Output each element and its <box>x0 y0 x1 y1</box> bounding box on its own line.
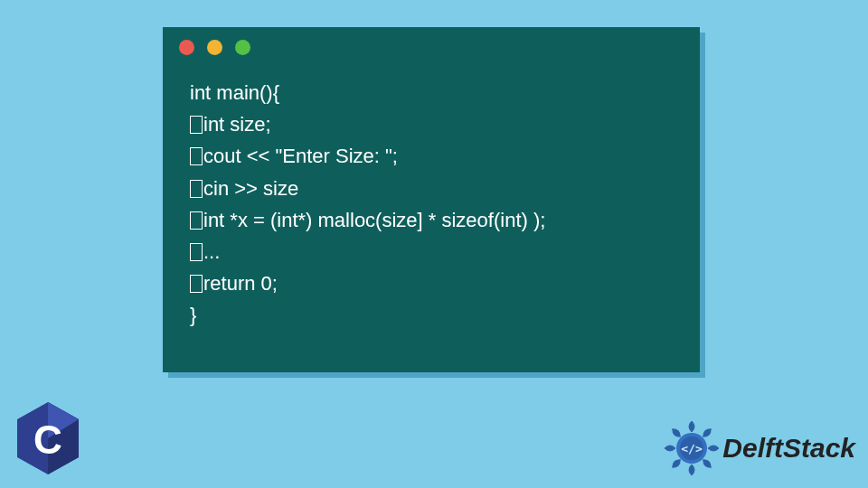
indent-box-icon <box>190 147 203 165</box>
code-text: cout << "Enter Size: "; <box>203 145 398 167</box>
lang-letter: C <box>33 418 62 462</box>
code-body: int main(){ int size; cout << "Enter Siz… <box>163 61 700 341</box>
brand-badge-icon: </> <box>663 419 721 477</box>
code-text: ... <box>203 240 220 263</box>
code-text: int *x = (int*) malloc(size] * sizeof(in… <box>203 209 545 231</box>
minimize-icon <box>207 40 222 55</box>
code-line: ... <box>190 236 678 267</box>
code-line: cin >> size <box>190 173 678 204</box>
code-line: int size; <box>190 108 678 140</box>
code-window: int main(){ int size; cout << "Enter Siz… <box>163 27 700 372</box>
indent-box-icon <box>190 180 203 198</box>
code-text: int size; <box>203 113 271 136</box>
brand-area: </> DelftStack <box>663 419 855 477</box>
code-line: int main(){ <box>190 77 678 108</box>
code-line: cout << "Enter Size: "; <box>190 140 678 172</box>
close-icon <box>179 40 194 55</box>
window-titlebar <box>163 27 700 61</box>
code-line: int *x = (int*) malloc(size] * sizeof(in… <box>190 204 678 236</box>
code-text: } <box>190 304 196 326</box>
maximize-icon <box>235 40 250 55</box>
language-logo-icon: C <box>13 399 83 477</box>
code-line: return 0; <box>190 267 678 299</box>
badge-symbol: </> <box>682 442 703 455</box>
code-text: cin >> size <box>203 177 298 200</box>
code-line: } <box>190 299 678 331</box>
brand-name: DelftStack <box>722 433 855 464</box>
code-text: return 0; <box>203 272 278 295</box>
indent-box-icon <box>190 211 203 230</box>
code-text: int main(){ <box>190 81 279 104</box>
indent-box-icon <box>190 275 203 293</box>
indent-box-icon <box>190 116 203 134</box>
indent-box-icon <box>190 243 203 261</box>
